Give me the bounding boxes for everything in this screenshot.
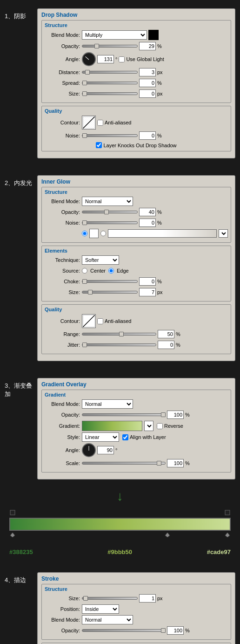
ig-opacity-track[interactable] (82, 211, 138, 213)
size-slider-thumb[interactable] (82, 91, 87, 96)
noise-slider-track[interactable] (82, 134, 138, 137)
opacity-slider-thumb[interactable] (94, 44, 99, 48)
stroke-size-track[interactable] (82, 597, 138, 600)
range-row: Range: % (45, 329, 228, 339)
stroke-position-select[interactable]: Inside (82, 604, 119, 614)
go-angle-dial[interactable] (82, 443, 96, 457)
jitter-slider-thumb[interactable] (82, 343, 87, 347)
reverse-label[interactable]: Reverse (157, 423, 183, 429)
jitter-slider-track[interactable] (82, 343, 156, 346)
choke-slider-track[interactable] (82, 280, 138, 283)
distance-slider-thumb[interactable] (85, 70, 90, 75)
range-slider-track[interactable] (82, 333, 156, 336)
opacity-slider-track[interactable] (82, 45, 138, 48)
go-opacity-input[interactable] (167, 411, 184, 419)
ig-gradient-select[interactable]: ▼ (219, 229, 228, 238)
stroke-size-input[interactable] (139, 594, 156, 603)
go-angle-label: Angle: (45, 447, 82, 453)
elements-size-track[interactable] (82, 291, 138, 294)
opacity-input[interactable] (139, 42, 156, 50)
range-slider-thumb[interactable] (119, 332, 124, 336)
stroke-blend-mode-select[interactable]: Normal (82, 615, 133, 624)
go-angle-input[interactable] (97, 446, 114, 454)
source-edge-radio[interactable] (108, 268, 114, 274)
inner-glow-section: 2、内发光 Inner Glow Structure Blend Mode: N… (0, 167, 240, 370)
stroke-opacity-thumb[interactable] (161, 628, 166, 633)
ig-anti-aliased-checkbox[interactable] (97, 318, 103, 324)
ig-opacity-input[interactable] (139, 208, 156, 216)
ig-gradient-preview[interactable] (108, 229, 217, 238)
ig-blend-mode-label: Blend Mode: (45, 199, 82, 204)
technique-select[interactable]: Softer (82, 255, 119, 265)
spread-slider-thumb[interactable] (82, 81, 87, 85)
source-label: Source: (45, 268, 82, 274)
distance-row: Distance: px (45, 68, 228, 77)
global-light-label[interactable]: Use Global Light (119, 56, 164, 62)
ig-noise-input[interactable] (139, 219, 156, 227)
knock-out-checkbox[interactable] (96, 142, 102, 148)
bottom-stop-center (164, 532, 171, 539)
ig-blend-mode-select[interactable]: Normal (82, 197, 133, 206)
contour-row: Contour: (45, 116, 228, 130)
choke-slider-thumb[interactable] (82, 279, 87, 284)
size-input[interactable] (139, 89, 156, 98)
knock-out-label[interactable]: Layer Knocks Out Drop Shadow (96, 142, 176, 148)
global-light-checkbox[interactable] (119, 56, 125, 62)
elements-size-thumb[interactable] (88, 290, 93, 295)
go-blend-mode-select[interactable]: Normal (82, 399, 133, 409)
ig-gradient-radio[interactable] (100, 231, 106, 236)
go-scale-thumb[interactable] (157, 461, 161, 466)
drop-shadow-structure-group: Structure Blend Mode: Multiply Opacity: (41, 20, 231, 103)
ig-color-white[interactable] (89, 229, 99, 238)
go-scale-label: Scale: (45, 460, 82, 466)
align-layer-label[interactable]: Align with Layer (122, 434, 166, 440)
stroke-size-thumb[interactable] (83, 596, 88, 601)
blend-color-swatch[interactable] (148, 30, 159, 40)
anti-aliased-label[interactable]: Anti-aliased (97, 120, 131, 126)
ig-anti-aliased-label[interactable]: Anti-aliased (97, 318, 131, 324)
choke-input[interactable] (139, 277, 156, 286)
stroke-opacity-track[interactable] (82, 629, 166, 632)
go-opacity-thumb[interactable] (161, 412, 166, 417)
go-scale-track[interactable] (82, 462, 166, 465)
distance-slider-track[interactable] (82, 71, 138, 74)
size-slider-track[interactable] (82, 92, 138, 95)
go-opacity-row: Opacity: % (45, 410, 228, 419)
go-gradient-preview-box[interactable] (82, 421, 142, 431)
gradient-labels-row: #388235 #9bbb50 #cade97 (5, 539, 235, 557)
distance-input[interactable] (139, 68, 156, 76)
anti-aliased-checkbox[interactable] (97, 120, 103, 126)
ig-contour-preview[interactable] (82, 314, 96, 328)
stroke-blend-mode-label: Blend Mode: (45, 617, 82, 623)
ig-opacity-thumb[interactable] (104, 210, 109, 214)
blend-mode-row: Blend Mode: Multiply (45, 30, 228, 40)
angle-input[interactable] (97, 55, 114, 63)
ig-solid-radio[interactable] (82, 231, 87, 236)
gradient-bar[interactable] (9, 518, 231, 531)
angle-dial[interactable] (82, 52, 96, 66)
ig-contour-row: Contour: Anti-aliased (45, 314, 228, 328)
ig-contour-icon (83, 315, 95, 327)
reverse-checkbox[interactable] (157, 423, 163, 429)
jitter-input[interactable] (158, 341, 174, 349)
inner-glow-structure-group: Structure Blend Mode: Normal Opacity: % (41, 187, 231, 243)
spread-input[interactable] (139, 79, 156, 87)
go-gradient-label: Gradient: (45, 423, 82, 429)
elements-size-input[interactable] (139, 288, 156, 296)
blend-mode-select[interactable]: Multiply (82, 30, 147, 40)
ig-noise-thumb[interactable] (82, 220, 87, 225)
go-style-select[interactable]: Linear (82, 432, 119, 442)
source-center-radio[interactable] (82, 268, 87, 274)
go-scale-input[interactable] (167, 459, 184, 467)
contour-preview[interactable] (82, 116, 96, 130)
go-gradient-select[interactable]: ▼ (144, 421, 153, 431)
noise-input[interactable] (139, 131, 156, 140)
stroke-opacity-input[interactable] (167, 626, 184, 635)
noise-slider-thumb[interactable] (82, 133, 87, 138)
drop-shadow-title: Drop Shadow (41, 12, 231, 18)
go-opacity-track[interactable] (82, 413, 166, 416)
align-layer-checkbox[interactable] (122, 434, 128, 440)
range-input[interactable] (158, 330, 174, 338)
spread-slider-track[interactable] (82, 82, 138, 84)
ig-noise-track[interactable] (82, 221, 138, 224)
